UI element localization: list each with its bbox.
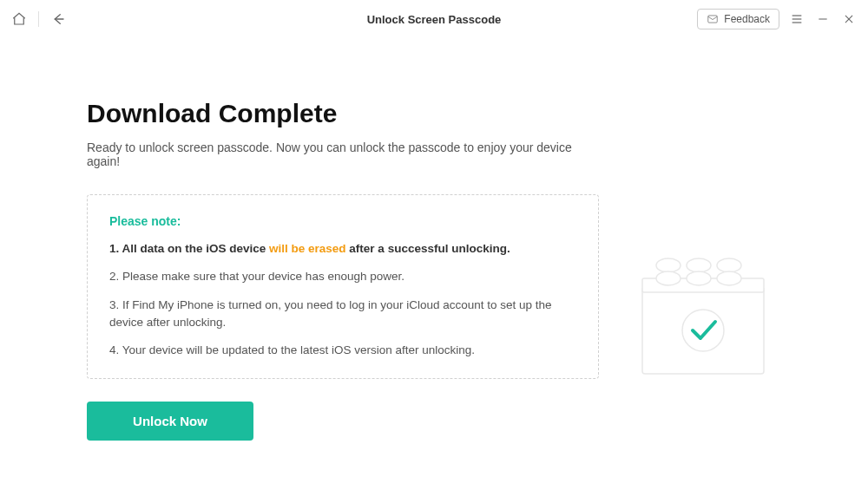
feedback-button[interactable]: Feedback	[697, 9, 779, 29]
note-item-1-warn: will be erased	[269, 242, 346, 255]
note-item-1: 1. All data on the iOS device will be er…	[109, 240, 576, 258]
titlebar-left	[10, 10, 67, 28]
page-subtitle: Ready to unlock screen passcode. Now you…	[87, 140, 599, 168]
success-illustration	[625, 99, 781, 441]
back-icon[interactable]	[49, 10, 67, 28]
note-item-2: 2. Please make sure that your device has…	[109, 268, 576, 285]
page-title-header: Unlock Screen Passcode	[367, 13, 502, 26]
main-content: Download Complete Ready to unlock screen…	[0, 38, 868, 441]
svg-point-14	[717, 258, 741, 272]
divider	[38, 11, 39, 27]
titlebar: Unlock Screen Passcode Feedback	[0, 0, 868, 38]
svg-point-11	[687, 258, 711, 272]
note-box: Please note: 1. All data on the iOS devi…	[87, 194, 599, 379]
note-item-1-suffix: after a successful unlocking.	[346, 242, 510, 255]
menu-icon[interactable]	[788, 10, 806, 28]
minimize-icon[interactable]	[814, 10, 832, 28]
svg-point-12	[656, 271, 681, 285]
svg-rect-1	[708, 16, 718, 23]
close-icon[interactable]	[840, 10, 858, 28]
titlebar-right: Feedback	[697, 9, 858, 29]
svg-point-15	[717, 271, 741, 285]
mail-icon	[707, 13, 719, 25]
box-check-icon	[629, 248, 777, 387]
content-column: Download Complete Ready to unlock screen…	[87, 99, 599, 441]
feedback-label: Feedback	[724, 13, 770, 25]
note-heading: Please note:	[109, 214, 576, 228]
svg-point-13	[687, 271, 711, 285]
note-item-4: 4. Your device will be updated to the la…	[109, 342, 576, 359]
note-item-1-prefix: 1. All data on the iOS device	[109, 242, 269, 255]
unlock-now-button[interactable]: Unlock Now	[87, 402, 253, 441]
home-icon[interactable]	[10, 10, 28, 28]
svg-point-16	[682, 310, 724, 351]
page-title: Download Complete	[87, 99, 599, 128]
note-item-3: 3. If Find My iPhone is turned on, you n…	[109, 297, 576, 332]
svg-point-10	[656, 258, 681, 272]
